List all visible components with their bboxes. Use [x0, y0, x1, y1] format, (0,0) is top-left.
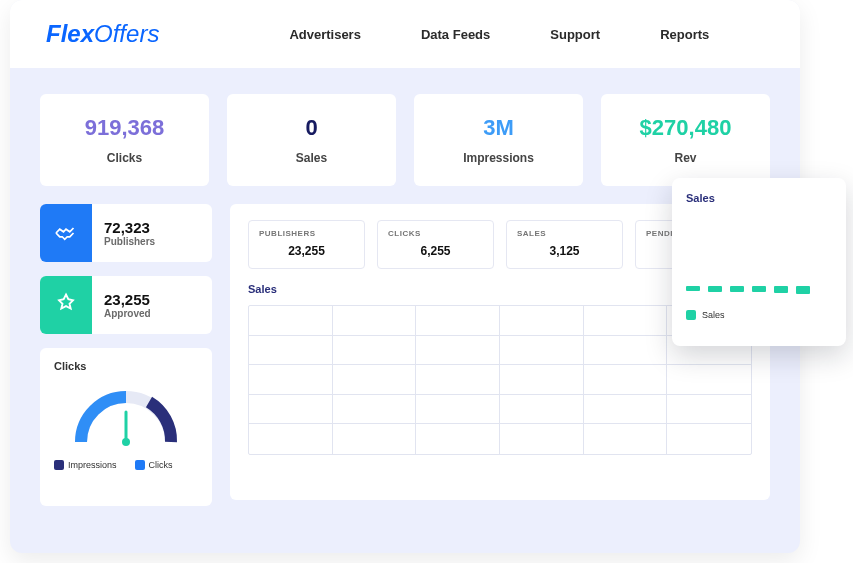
stat-row: 919,368 Clicks 0 Sales 3M Impressions $2…: [40, 94, 770, 186]
ms-value: 23,255: [259, 244, 354, 258]
ms-label: CLICKS: [388, 229, 483, 238]
popup-legend: Sales: [686, 310, 832, 320]
mini-stat-sales[interactable]: SALES 3,125: [506, 220, 623, 269]
card-label: Publishers: [104, 236, 155, 247]
mini-stat-publishers[interactable]: PUBLISHERS 23,255: [248, 220, 365, 269]
side-column: 72,323 Publishers 23,255 Approved Clicks: [40, 204, 212, 506]
ms-label: SALES: [517, 229, 612, 238]
stat-label: Rev: [674, 151, 696, 165]
stat-card-revenue[interactable]: $270,480 Rev: [601, 94, 770, 186]
stat-value: 0: [305, 115, 317, 141]
card-value: 23,255: [104, 291, 151, 308]
ms-value: 6,255: [388, 244, 483, 258]
popup-legend-label: Sales: [702, 310, 725, 320]
topbar: FlexOffers Advertisers Data Feeds Suppor…: [10, 0, 800, 68]
sparkline-icon: [686, 286, 832, 292]
card-text: 23,255 Approved: [104, 291, 151, 319]
swatch-icon: [135, 460, 145, 470]
stat-value: 3M: [483, 115, 514, 141]
stat-label: Clicks: [107, 151, 142, 165]
legend-clicks: Clicks: [135, 460, 173, 470]
nav-advertisers[interactable]: Advertisers: [289, 27, 361, 42]
nav-data-feeds[interactable]: Data Feeds: [421, 27, 490, 42]
stat-value: 919,368: [85, 115, 165, 141]
swatch-icon: [686, 310, 696, 320]
logo[interactable]: FlexOffers: [46, 20, 159, 48]
card-publishers[interactable]: 72,323 Publishers: [40, 204, 212, 262]
stat-card-clicks[interactable]: 919,368 Clicks: [40, 94, 209, 186]
main-nav: Advertisers Data Feeds Support Reports: [289, 27, 709, 42]
sales-popup[interactable]: Sales Sales: [672, 178, 846, 346]
stat-label: Impressions: [463, 151, 534, 165]
stat-card-impressions[interactable]: 3M Impressions: [414, 94, 583, 186]
card-text: 72,323 Publishers: [104, 219, 155, 247]
star-icon: [40, 276, 92, 334]
nav-support[interactable]: Support: [550, 27, 600, 42]
logo-text-offers: Offers: [94, 20, 159, 47]
gauge-card[interactable]: Clicks Impressions Clicks: [40, 348, 212, 506]
stat-value: $270,480: [640, 115, 732, 141]
mini-stat-clicks[interactable]: CLICKS 6,255: [377, 220, 494, 269]
handshake-icon: [40, 204, 92, 262]
swatch-icon: [54, 460, 64, 470]
card-label: Approved: [104, 308, 151, 319]
lower-row: 72,323 Publishers 23,255 Approved Clicks: [40, 204, 770, 506]
ms-label: PUBLISHERS: [259, 229, 354, 238]
gauge-chart: [54, 382, 198, 448]
ms-value: 3,125: [517, 244, 612, 258]
popup-title: Sales: [686, 192, 832, 204]
card-approved[interactable]: 23,255 Approved: [40, 276, 212, 334]
stat-card-sales[interactable]: 0 Sales: [227, 94, 396, 186]
gauge-legend: Impressions Clicks: [54, 460, 198, 470]
gauge-title: Clicks: [54, 360, 198, 372]
nav-reports[interactable]: Reports: [660, 27, 709, 42]
legend-impressions: Impressions: [54, 460, 117, 470]
logo-text-flex: Flex: [46, 20, 94, 47]
card-value: 72,323: [104, 219, 155, 236]
stat-label: Sales: [296, 151, 327, 165]
